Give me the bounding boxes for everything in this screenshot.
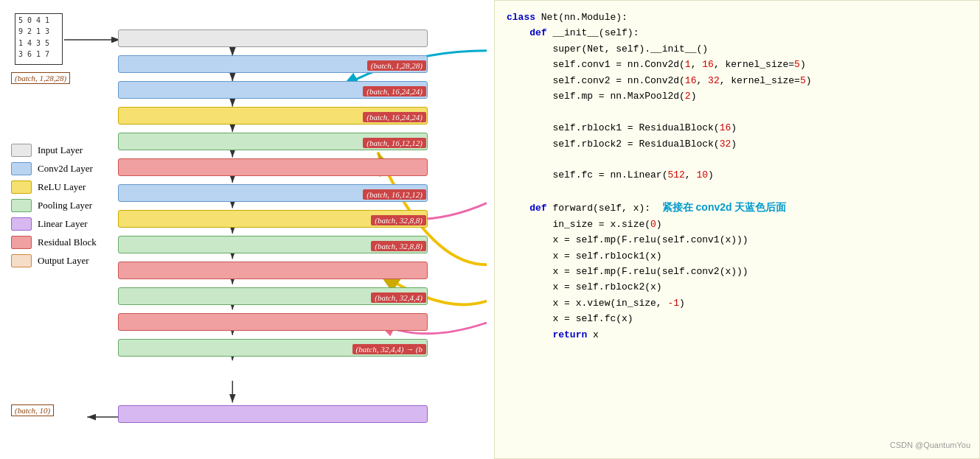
legend-box-output xyxy=(11,254,32,267)
watermark: CSDN @QuantumYou xyxy=(890,439,970,452)
dim-label-2: (batch, 16,24,24) xyxy=(363,86,426,97)
code-line-13: x = self.rblock1(x) xyxy=(507,248,967,264)
code-line-11: in_size = x.size(0) xyxy=(507,217,967,232)
legend-input: Input Layer xyxy=(11,144,118,157)
code-return-x: x xyxy=(587,329,599,340)
legend-label-input: Input Layer xyxy=(38,144,83,156)
code-line-10: def forward(self, x): 紧接在 conv2d 天蓝色后面 xyxy=(507,199,967,216)
dim-label-8: (batch, 32,4,4) xyxy=(371,292,426,303)
code-x-mp1: x = self.mp(F.relu(self.conv1(x))) xyxy=(552,234,748,245)
code-x-mp2: x = self.mp(F.relu(self.conv2(x))) xyxy=(552,266,748,277)
layer-residual1 xyxy=(118,158,428,176)
kw-return: return xyxy=(552,329,587,340)
left-panel: 5 0 4 1 9 2 1 3 1 4 3 5 3 6 1 7 (batch, … xyxy=(0,0,494,459)
legend-label-residual: Residual Block xyxy=(38,236,97,248)
layer-linear xyxy=(118,405,428,423)
input-batch-text: (batch, 1,28,28) xyxy=(15,74,66,83)
code-x-view: x = x.view(in_size, -1) xyxy=(552,298,684,309)
code-rblock1: self.rblock1 = ResidualBlock(16) xyxy=(552,122,737,133)
legend-label-pool: Pooling Layer xyxy=(38,200,92,211)
annotation-conv2d: 紧接在 conv2d 天蓝色后面 xyxy=(662,201,787,213)
legend-box-input xyxy=(11,144,32,157)
code-line-4: self.conv1 = nn.Conv2d(1, 16, kernel_siz… xyxy=(507,57,967,72)
dim-label-4: (batch, 16,12,12) xyxy=(363,138,426,148)
legend-residual: Residual Block xyxy=(11,236,118,249)
legend-output: Output Layer xyxy=(11,254,118,267)
output-batch-label: (batch, 10) xyxy=(11,404,54,416)
legend-label-linear: Linear Layer xyxy=(38,218,87,230)
legend-box-conv xyxy=(11,162,32,175)
network-area: 5 0 4 1 9 2 1 3 1 4 3 5 3 6 1 7 (batch, … xyxy=(7,7,487,452)
main-container: 5 0 4 1 9 2 1 3 1 4 3 5 3 6 1 7 (batch, … xyxy=(0,0,980,459)
code-line-blank2 xyxy=(507,152,967,167)
code-line-blank1 xyxy=(507,105,967,120)
code-x-rblock2: x = self.rblock2(x) xyxy=(552,281,661,292)
layer-input xyxy=(118,29,428,47)
layer-residual3 xyxy=(118,313,428,331)
output-batch-text: (batch, 10) xyxy=(15,406,50,415)
mnist-content: 5 0 4 1 9 2 1 3 1 4 3 5 3 6 1 7 xyxy=(18,16,49,58)
code-line-18: return x xyxy=(507,327,967,343)
code-line-1: class Net(nn.Module): xyxy=(507,10,967,25)
code-mp: self.mp = nn.MaxPool2d(2) xyxy=(552,91,696,102)
code-line-12: x = self.mp(F.relu(self.conv1(x))) xyxy=(507,232,967,248)
code-line-15: x = self.rblock2(x) xyxy=(507,279,967,295)
dim-label-7: (batch, 32,8,8) xyxy=(371,241,426,251)
right-panel: class Net(nn.Module): def __init__(self)… xyxy=(494,0,980,459)
code-line-14: x = self.mp(F.relu(self.conv2(x))) xyxy=(507,264,967,279)
legend-box-residual xyxy=(11,236,32,249)
dim-label-1: (batch, 1,28,28) xyxy=(367,60,426,71)
dim-label-3: (batch, 16,24,24) xyxy=(363,112,426,122)
dim-label-6: (batch, 32,8,8) xyxy=(371,215,426,225)
input-batch-label: (batch, 1,28,28) xyxy=(11,72,70,84)
code-line-2: def __init__(self): xyxy=(507,25,967,41)
code-line-6: self.mp = nn.MaxPool2d(2) xyxy=(507,88,967,104)
code-super: super(Net, self).__init__() xyxy=(552,43,708,55)
code-x-fc: x = self.fc(x) xyxy=(552,313,633,324)
legend: Input Layer Conv2d Layer ReLU Layer Pool… xyxy=(11,144,118,273)
code-line-5: self.conv2 = nn.Conv2d(16, 32, kernel_si… xyxy=(507,73,967,88)
code-conv1: self.conv1 = nn.Conv2d(1, 16, kernel_siz… xyxy=(552,59,805,70)
legend-relu: ReLU Layer xyxy=(11,181,118,194)
legend-label-relu: ReLU Layer xyxy=(38,181,86,193)
code-conv2: self.conv2 = nn.Conv2d(16, 32, kernel_si… xyxy=(552,75,811,86)
code-forward-sig: forward(self, x): xyxy=(552,203,661,214)
legend-box-pool xyxy=(11,199,32,212)
legend-box-relu xyxy=(11,181,32,194)
code-insize: in_size = x.size(0) xyxy=(552,219,661,230)
code-x-rblock1: x = self.rblock1(x) xyxy=(552,250,661,262)
mnist-image: 5 0 4 1 9 2 1 3 1 4 3 5 3 6 1 7 xyxy=(15,13,63,65)
legend-linear: Linear Layer xyxy=(11,217,118,231)
code-line-17: x = self.fc(x) xyxy=(507,311,967,326)
legend-conv: Conv2d Layer xyxy=(11,162,118,175)
legend-label-conv: Conv2d Layer xyxy=(38,163,93,175)
legend-label-output: Output Layer xyxy=(38,255,89,267)
code-line-8: self.rblock2 = ResidualBlock(32) xyxy=(507,136,967,152)
kw-def-forward: def xyxy=(529,203,552,214)
dim-label-9: (batch, 32,4,4) → (b xyxy=(352,344,426,354)
code-rblock2: self.rblock2 = ResidualBlock(32) xyxy=(552,139,737,150)
code-line-3: super(Net, self).__init__() xyxy=(507,41,967,57)
kw-def-init: def xyxy=(529,27,552,38)
code-line-16: x = x.view(in_size, -1) xyxy=(507,295,967,311)
code-line-7: self.rblock1 = ResidualBlock(16) xyxy=(507,120,967,136)
code-fc: self.fc = nn.Linear(512, 10) xyxy=(552,169,713,181)
code-line-blank3 xyxy=(507,183,967,199)
code-line-9: self.fc = nn.Linear(512, 10) xyxy=(507,167,967,183)
dim-label-5: (batch, 16,12,12) xyxy=(363,189,426,200)
code-net-module: Net(nn.Module): xyxy=(541,12,628,23)
code-init: __init__(self): xyxy=(552,27,639,38)
kw-class: class xyxy=(507,12,541,23)
legend-pool: Pooling Layer xyxy=(11,199,118,212)
legend-box-linear xyxy=(11,217,32,231)
layer-residual2 xyxy=(118,262,428,279)
